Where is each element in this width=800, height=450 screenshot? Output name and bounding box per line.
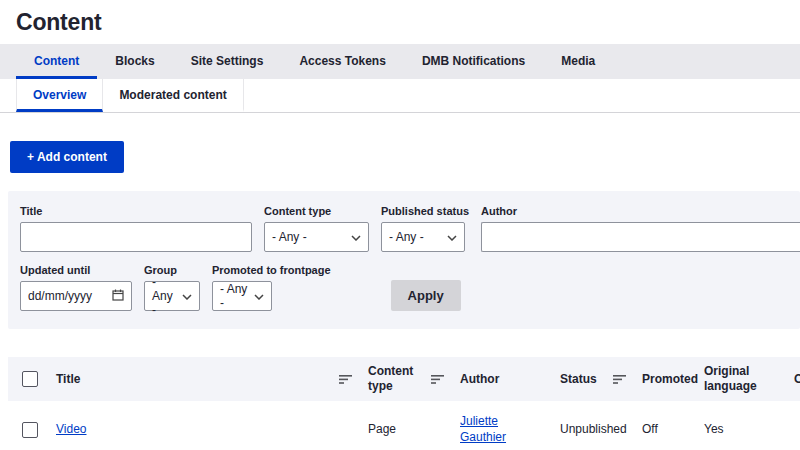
- secondary-tabs: Overview Moderated content: [0, 79, 800, 113]
- updated-until-date-input[interactable]: dd/mm/yyyy: [20, 281, 132, 311]
- promoted-select-value: - Any -: [220, 282, 248, 310]
- chevron-down-icon: [351, 230, 361, 244]
- tab-access-tokens[interactable]: Access Tokens: [281, 44, 404, 79]
- author-filter-label: Author: [481, 205, 800, 217]
- author-column-header: Author: [452, 357, 552, 401]
- add-content-button[interactable]: + Add content: [10, 141, 124, 173]
- author-filter-input[interactable]: [481, 222, 800, 252]
- content-table: Title Content type Author: [8, 357, 800, 450]
- status-column-label: Status: [560, 372, 597, 387]
- filter-row-1: Title Content type - Any - Published sta…: [20, 205, 800, 252]
- tab-moderated-content[interactable]: Moderated content: [103, 79, 243, 112]
- row-checkbox[interactable]: [22, 422, 38, 438]
- tab-site-settings[interactable]: Site Settings: [173, 44, 282, 79]
- content-type-column-label: Content type: [368, 364, 425, 394]
- group-filter-field: Group - Any -: [144, 264, 200, 311]
- promoted-select[interactable]: - Any -: [212, 281, 272, 311]
- row-select-cell: [8, 401, 48, 450]
- author-link[interactable]: Juliette Gauthier: [460, 414, 506, 444]
- title-column-label: Title: [56, 372, 80, 387]
- promoted-cell: Off: [634, 401, 696, 450]
- apply-button[interactable]: Apply: [391, 280, 461, 311]
- title-filter-field: Title: [20, 205, 252, 252]
- published-status-select-value: - Any -: [389, 230, 424, 244]
- table-header-row: Title Content type Author: [8, 357, 800, 401]
- select-all-checkbox[interactable]: [22, 371, 38, 387]
- content-type-select[interactable]: - Any -: [264, 222, 369, 252]
- chevron-down-icon: [254, 289, 264, 303]
- filter-row-2: Updated until dd/mm/yyyy Group - Any -: [20, 264, 800, 311]
- content-type-select-value: - Any -: [272, 230, 307, 244]
- title-filter-label: Title: [20, 205, 252, 217]
- title-column-header: Title: [48, 357, 360, 401]
- tab-content[interactable]: Content: [16, 44, 97, 79]
- title-cell: Video: [48, 401, 360, 450]
- created-cell: 0 1: [786, 401, 800, 450]
- author-filter-field: Author: [481, 205, 800, 252]
- updated-until-filter-field: Updated until dd/mm/yyyy: [20, 264, 132, 311]
- group-select-value: - Any -: [152, 275, 176, 317]
- status-column-header: Status: [552, 357, 634, 401]
- status-cell: Unpublished: [552, 401, 634, 450]
- promoted-column-label: Promoted: [642, 372, 698, 386]
- content-type-filter-label: Content type: [264, 205, 369, 217]
- promoted-filter-field: Promoted to frontpage - Any -: [212, 264, 331, 311]
- created-column-header: C: [786, 357, 800, 401]
- sort-icon[interactable]: [431, 375, 444, 384]
- original-language-column-header: Original language: [696, 357, 786, 401]
- promoted-filter-label: Promoted to frontpage: [212, 264, 331, 276]
- promoted-column-header: Promoted: [634, 357, 696, 401]
- original-language-cell: Yes: [696, 401, 786, 450]
- tab-blocks[interactable]: Blocks: [97, 44, 172, 79]
- select-all-header-cell: [8, 357, 48, 401]
- author-column-label: Author: [460, 372, 499, 386]
- table-row: Video Page Juliette Gauthier Unpublished…: [8, 401, 800, 450]
- date-input-value: dd/mm/yyyy: [28, 289, 92, 303]
- content-type-column-header: Content type: [360, 357, 452, 401]
- original-language-column-label: Original language: [704, 364, 757, 393]
- primary-tabs: Content Blocks Site Settings Access Toke…: [0, 44, 800, 79]
- page-title: Content: [16, 9, 784, 36]
- title-filter-input[interactable]: [20, 222, 252, 252]
- author-cell: Juliette Gauthier: [452, 401, 552, 450]
- tab-dmb-notifications[interactable]: DMB Notifications: [404, 44, 543, 79]
- published-status-filter-field: Published status - Any -: [381, 205, 469, 252]
- group-select[interactable]: - Any -: [144, 281, 200, 311]
- content-type-cell: Page: [360, 401, 452, 450]
- content-title-link[interactable]: Video: [56, 422, 86, 436]
- sort-icon[interactable]: [339, 375, 352, 384]
- tab-media[interactable]: Media: [543, 44, 613, 79]
- calendar-icon[interactable]: [112, 289, 124, 304]
- chevron-down-icon: [182, 289, 192, 303]
- updated-until-filter-label: Updated until: [20, 264, 132, 276]
- filters-panel: Title Content type - Any - Published sta…: [8, 191, 800, 329]
- chevron-down-icon: [447, 230, 457, 244]
- published-status-filter-label: Published status: [381, 205, 469, 217]
- published-status-select[interactable]: - Any -: [381, 222, 465, 252]
- sort-icon[interactable]: [613, 375, 626, 384]
- tab-overview[interactable]: Overview: [16, 79, 103, 112]
- content-type-filter-field: Content type - Any -: [264, 205, 369, 252]
- created-column-label: C: [794, 372, 800, 386]
